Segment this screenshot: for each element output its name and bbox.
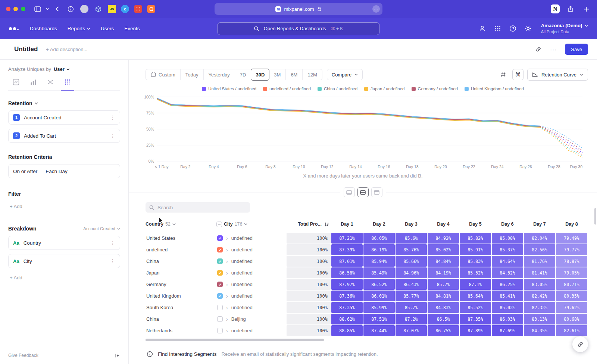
retention-value-cell[interactable]: 86.25% — [492, 279, 523, 290]
retention-value-cell[interactable]: 85.41% — [492, 291, 523, 301]
retention-value-cell[interactable]: 85.6% — [396, 233, 427, 244]
view-chart-only-button[interactable] — [344, 187, 355, 197]
retention-value-cell[interactable]: 80.35% — [556, 291, 587, 301]
analyze-entity-select[interactable]: User — [54, 66, 70, 72]
vertical-scrollbar[interactable] — [594, 208, 596, 225]
retention-value-cell[interactable]: 83.05% — [524, 279, 555, 290]
row-checkbox[interactable] — [217, 316, 223, 322]
retention-value-cell[interactable]: 81.41% — [524, 267, 555, 278]
retention-value-cell[interactable]: 84.96% — [396, 267, 427, 278]
retention-value-cell[interactable]: 87.07% — [396, 325, 427, 336]
date-range-7d[interactable]: 7D — [235, 69, 251, 80]
retention-value-cell[interactable]: 86.5% — [428, 314, 459, 324]
retention-value-cell[interactable]: 85.32% — [460, 267, 491, 278]
retention-step-b[interactable]: 2 Added To Cart ⋮ — [8, 129, 120, 143]
retention-value-cell[interactable]: 86.52% — [363, 279, 395, 290]
expand-row-icon[interactable]: › — [226, 328, 228, 333]
page-title[interactable]: Untitled — [14, 46, 38, 53]
view-split-button[interactable] — [357, 187, 369, 197]
date-range-30d[interactable]: 30D — [251, 69, 269, 81]
retention-value-cell[interactable]: 87.35% — [331, 302, 363, 313]
breakdown-city[interactable]: Aa City ⋮ — [8, 254, 120, 268]
retention-value-cell[interactable]: 84.83% — [428, 302, 459, 313]
legend-item[interactable]: United States / undefined — [202, 87, 256, 91]
legend-item[interactable]: United Kingdom / undefined — [465, 87, 524, 91]
retention-value-cell[interactable]: 79.05% — [556, 267, 587, 278]
retention-value-cell[interactable]: 85.7% — [428, 279, 459, 290]
retention-value-cell[interactable]: 82.61% — [556, 325, 587, 336]
day-column-header[interactable]: Day 7 — [524, 222, 555, 227]
date-range-6m[interactable]: 6M — [286, 69, 303, 80]
retention-value-cell[interactable]: 84.84% — [428, 256, 459, 267]
chart-type-select[interactable]: Retention Curve — [527, 69, 588, 81]
retention-value-cell[interactable]: 88.62% — [331, 314, 363, 324]
retention-value-cell[interactable]: 85.08% — [492, 233, 523, 244]
info-extension-icon[interactable] — [66, 4, 75, 14]
retention-value-cell[interactable]: 86.03% — [492, 314, 523, 324]
retention-value-cell[interactable]: 87.36% — [331, 291, 363, 301]
expand-row-icon[interactable]: › — [226, 236, 228, 241]
retention-value-cell[interactable]: 87.51% — [363, 314, 395, 324]
zoom-window-button[interactable] — [21, 7, 25, 11]
retention-value-cell[interactable]: 85.99% — [363, 302, 395, 313]
breakdown-country[interactable]: Aa Country ⋮ — [8, 236, 120, 250]
share-link-fab[interactable] — [572, 336, 588, 352]
copy-link-icon[interactable] — [535, 46, 542, 53]
legend-item[interactable]: undefined / undefined — [263, 87, 311, 91]
give-feedback-link[interactable]: Give Feedback — [8, 353, 38, 358]
retention-value-cell[interactable]: 84.35% — [524, 325, 555, 336]
chevron-down-icon[interactable] — [43, 4, 52, 14]
retention-section-header[interactable]: Retention — [8, 100, 120, 106]
retention-value-cell[interactable]: 86.58% — [331, 267, 363, 278]
expand-row-icon[interactable]: › — [226, 259, 228, 264]
country-column-header[interactable]: Country 52 — [146, 222, 216, 227]
share-icon[interactable] — [566, 4, 575, 14]
tab-funnels[interactable] — [28, 77, 39, 87]
retention-value-cell[interactable]: 85.03% — [492, 302, 523, 313]
notion-extension-icon[interactable]: N — [551, 4, 560, 13]
retention-value-cell[interactable]: 85.64% — [460, 291, 491, 301]
retention-value-cell[interactable]: 85.82% — [460, 233, 491, 244]
nav-item-users[interactable]: Users — [101, 26, 114, 31]
row-checkbox[interactable] — [217, 293, 223, 299]
retention-value-cell[interactable]: 87.44% — [363, 325, 395, 336]
annotations-hash-button[interactable] — [497, 69, 509, 80]
retention-value-cell[interactable]: 85.83% — [460, 256, 491, 267]
project-selector[interactable]: Amazonia {Demo} All Project Data — [541, 23, 588, 34]
retention-value-cell[interactable]: 82.42% — [524, 291, 555, 301]
retention-value-cell[interactable]: 80.68% — [556, 314, 587, 324]
row-checkbox[interactable] — [217, 247, 223, 252]
date-range-12m[interactable]: 12M — [303, 69, 322, 80]
criteria-each-day[interactable]: Each Day — [46, 169, 68, 174]
tab-insights[interactable] — [10, 77, 22, 87]
retention-value-cell[interactable]: 82.56% — [524, 244, 555, 255]
day-column-header[interactable]: Day 6 — [492, 222, 523, 227]
retention-value-cell[interactable]: 84.81% — [428, 291, 459, 301]
compare-button[interactable]: Compare — [327, 69, 363, 80]
retention-value-cell[interactable]: 81.76% — [524, 256, 555, 267]
retention-value-cell[interactable]: 79.49% — [556, 233, 587, 244]
retention-value-cell[interactable]: 87.39% — [331, 244, 363, 255]
retention-value-cell[interactable]: 82.33% — [524, 302, 555, 313]
apps-grid-icon[interactable] — [494, 25, 502, 33]
view-table-only-button[interactable] — [371, 187, 382, 197]
legend-item[interactable]: China / undefined — [318, 87, 357, 91]
help-icon[interactable] — [509, 25, 517, 33]
total-column-header[interactable]: Total Pro... — [287, 222, 331, 227]
day-column-header[interactable]: Day 2 — [363, 222, 395, 227]
save-button[interactable]: Save — [565, 44, 588, 55]
retention-step-a[interactable]: 1 Account Created ⋮ — [8, 110, 120, 125]
expand-row-icon[interactable]: › — [226, 294, 228, 299]
retention-value-cell[interactable]: 86.75% — [428, 325, 459, 336]
row-checkbox[interactable] — [217, 328, 223, 333]
mixpanel-logo[interactable] — [9, 27, 19, 30]
more-options-button[interactable]: ··· — [550, 46, 557, 53]
date-range-custom[interactable]: Custom — [146, 69, 181, 80]
row-checkbox[interactable] — [217, 305, 223, 310]
retention-value-cell[interactable]: 86.19% — [363, 244, 395, 255]
tab-retention[interactable] — [62, 77, 73, 87]
retention-value-cell[interactable]: 83.13% — [524, 314, 555, 324]
retention-value-cell[interactable]: 87.35% — [460, 314, 491, 324]
js-extension-icon[interactable]: JS — [108, 5, 116, 13]
kebab-menu-icon[interactable]: ⋮ — [110, 240, 115, 246]
